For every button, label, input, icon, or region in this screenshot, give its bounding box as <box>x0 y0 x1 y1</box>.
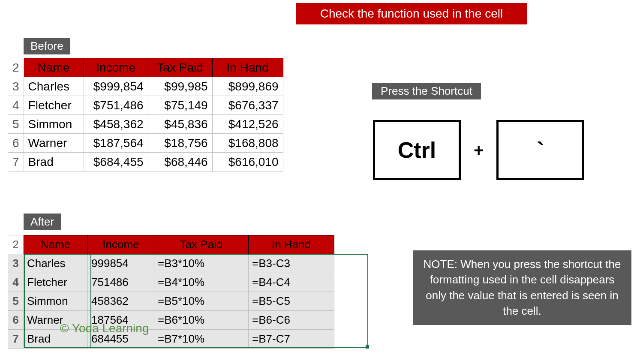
cell-name: Charles <box>24 254 88 273</box>
table-row: 4 Fletcher $751,486 $75,149 $676,337 <box>8 96 283 115</box>
row-number: 3 <box>8 254 24 273</box>
table-header-row: 2 Name Income Tax Paid In Hand <box>8 235 334 254</box>
cell-tax: =B7*10% <box>154 330 249 349</box>
col-header-inhand: In Hand <box>249 235 334 254</box>
shortcut-label: Press the Shortcut <box>372 83 481 99</box>
cell-income: $458,362 <box>84 115 148 134</box>
cell-name: Brad <box>24 153 84 171</box>
cell-tax: =B3*10% <box>154 254 249 273</box>
cell-income: 684455 <box>88 330 154 349</box>
col-header-taxpaid: Tax Paid <box>148 58 212 77</box>
cell-tax: $68,446 <box>148 153 212 171</box>
cell-name: Brad <box>24 330 88 349</box>
row-number: 5 <box>8 292 24 311</box>
note-box: NOTE: When you press the shortcut the fo… <box>413 250 631 325</box>
key-backtick: ` <box>496 120 584 180</box>
shortcut-keys: Ctrl + ` <box>373 120 584 180</box>
cell-name: Charles <box>24 77 84 96</box>
cell-income: 999854 <box>88 254 154 273</box>
row-number: 2 <box>8 235 24 254</box>
table-row: 3 Charles 999854 =B3*10% =B3-C3 <box>8 254 334 273</box>
cell-income: 751486 <box>88 273 154 292</box>
row-number: 3 <box>8 77 24 96</box>
row-number: 7 <box>8 330 24 349</box>
cell-tax: $99,985 <box>148 77 212 96</box>
cell-tax: =B5*10% <box>154 292 249 311</box>
cell-name: Warner <box>24 134 84 153</box>
cell-tax: $18,756 <box>148 134 212 153</box>
col-header-income: Income <box>84 58 148 77</box>
table-row: 5 Simmon $458,362 $45,836 $412,526 <box>8 115 283 134</box>
cell-inhand: =B6-C6 <box>249 311 334 330</box>
col-header-taxpaid: Tax Paid <box>154 235 249 254</box>
col-header-name: Name <box>24 235 88 254</box>
cell-income: 458362 <box>88 292 154 311</box>
table-row: 6 Warner $187,564 $18,756 $168,808 <box>8 134 283 153</box>
cell-inhand: $676,337 <box>212 96 283 115</box>
cell-inhand: =B3-C3 <box>249 254 334 273</box>
col-header-income: Income <box>88 235 154 254</box>
cell-tax: =B4*10% <box>154 273 249 292</box>
table-row: 7 Brad 684455 =B7*10% =B7-C7 <box>8 330 334 349</box>
col-header-inhand: In Hand <box>212 58 283 77</box>
cell-tax: $75,149 <box>148 96 212 115</box>
before-label: Before <box>24 38 70 54</box>
after-label: After <box>24 214 61 230</box>
row-number: 7 <box>8 153 24 171</box>
cell-inhand: $616,010 <box>212 153 283 171</box>
cell-name: Fletcher <box>24 273 88 292</box>
table-row: 5 Simmon 458362 =B5*10% =B5-C5 <box>8 292 334 311</box>
before-table: 2 Name Income Tax Paid In Hand 3 Charles… <box>8 58 283 171</box>
cell-inhand: =B5-C5 <box>249 292 334 311</box>
table-row: 4 Fletcher 751486 =B4*10% =B4-C4 <box>8 273 334 292</box>
table-row: 7 Brad $684,455 $68,446 $616,010 <box>8 153 283 171</box>
col-header-name: Name <box>24 58 84 77</box>
key-ctrl: Ctrl <box>373 120 461 180</box>
row-number: 2 <box>8 58 24 77</box>
row-number: 5 <box>8 115 24 134</box>
plus-icon: + <box>474 141 484 160</box>
row-number: 6 <box>8 134 24 153</box>
row-number: 6 <box>8 311 24 330</box>
after-table: 2 Name Income Tax Paid In Hand 3 Charles… <box>8 235 334 349</box>
cell-inhand: $412,526 <box>212 115 283 134</box>
selection-handle-icon <box>366 345 369 349</box>
table-row: 3 Charles $999,854 $99,985 $899,869 <box>8 77 283 96</box>
row-number: 4 <box>8 273 24 292</box>
cell-inhand: =B7-C7 <box>249 330 334 349</box>
cell-tax: =B6*10% <box>154 311 249 330</box>
row-number: 4 <box>8 96 24 115</box>
cell-income: 187564 <box>88 311 154 330</box>
cell-inhand: =B4-C4 <box>249 273 334 292</box>
cell-name: Simmon <box>24 292 88 311</box>
cell-income: $187,564 <box>84 134 148 153</box>
table-row: 6 Warner 187564 =B6*10% =B6-C6 <box>8 311 334 330</box>
cell-name: Simmon <box>24 115 84 134</box>
title-banner: Check the function used in the cell <box>296 3 527 24</box>
cell-income: $684,455 <box>84 153 148 171</box>
cell-inhand: $899,869 <box>212 77 283 96</box>
table-header-row: 2 Name Income Tax Paid In Hand <box>8 58 283 77</box>
cell-name: Fletcher <box>24 96 84 115</box>
cell-tax: $45,836 <box>148 115 212 134</box>
cell-inhand: $168,808 <box>212 134 283 153</box>
cell-name: Warner <box>24 311 88 330</box>
cell-income: $999,854 <box>84 77 148 96</box>
cell-income: $751,486 <box>84 96 148 115</box>
